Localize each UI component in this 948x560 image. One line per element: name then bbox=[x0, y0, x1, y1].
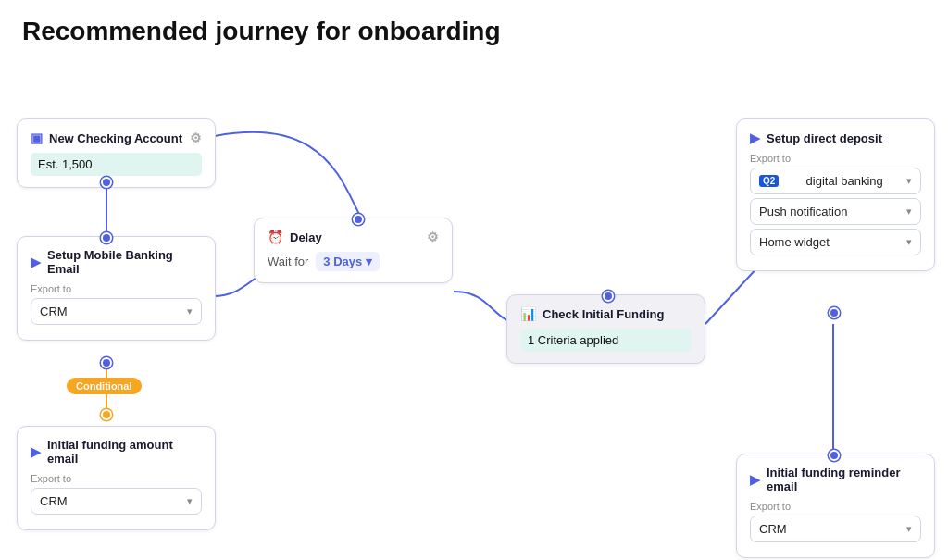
initial-reminder-export-label: Export to bbox=[750, 501, 921, 512]
chevron-icon-5: ▾ bbox=[906, 236, 912, 248]
dot-check-funding-top bbox=[603, 291, 614, 302]
setup-direct-title: Setup direct deposit bbox=[767, 131, 882, 145]
setup-mobile-select-value: CRM bbox=[40, 305, 68, 318]
chevron-icon-6: ▾ bbox=[906, 523, 912, 535]
chevron-icon-3: ▾ bbox=[906, 175, 912, 187]
delay-card: ⏰ Delay ⚙ Wait for 3 Days ▾ bbox=[254, 218, 453, 283]
delay-icon: ⏰ bbox=[268, 230, 283, 244]
delay-wait-row: Wait for 3 Days ▾ bbox=[268, 252, 439, 271]
setup-direct-header: ▶ Setup direct deposit bbox=[750, 131, 921, 145]
setup-direct-card: ▶ Setup direct deposit Export to Q2 digi… bbox=[736, 118, 935, 271]
journey-canvas: ▣ New Checking Account ⚙ Est. 1,500 ▶ Se… bbox=[0, 56, 948, 560]
chevron-icon: ▾ bbox=[187, 305, 193, 317]
reminder-icon: ▶ bbox=[750, 472, 760, 487]
setup-mobile-export-label: Export to bbox=[31, 283, 202, 294]
push-notification-select[interactable]: Push notification ▾ bbox=[750, 198, 921, 225]
delay-dropdown[interactable]: 3 Days ▾ bbox=[316, 252, 380, 271]
initial-reminder-title: Initial funding reminder email bbox=[767, 466, 921, 493]
initial-funding-card: ▶ Initial funding amount email Export to… bbox=[17, 426, 216, 530]
dot-initial-reminder-top bbox=[829, 450, 840, 461]
funding-email-icon: ▶ bbox=[31, 444, 41, 459]
q2-badge: Q2 bbox=[759, 175, 779, 187]
settings-icon[interactable]: ⚙ bbox=[190, 131, 202, 145]
delay-wait-value: 3 Days bbox=[323, 255, 362, 268]
setup-mobile-header: ▶ Setup Mobile Banking Email bbox=[31, 248, 202, 276]
setup-mobile-card: ▶ Setup Mobile Banking Email Export to C… bbox=[17, 236, 216, 341]
dot-setup-direct-bottom bbox=[829, 307, 840, 318]
delay-chevron-icon: ▾ bbox=[366, 255, 372, 268]
conditional-badge: Conditional bbox=[67, 378, 142, 394]
dot-delay-top bbox=[353, 214, 364, 225]
check-funding-title: Check Initial Funding bbox=[543, 307, 664, 321]
check-funding-card: 📊 Check Initial Funding 1 Criteria appli… bbox=[506, 294, 705, 364]
checking-icon: ▣ bbox=[31, 131, 43, 145]
initial-funding-header: ▶ Initial funding amount email bbox=[31, 438, 202, 466]
email-icon: ▶ bbox=[31, 255, 41, 269]
new-checking-highlight: Est. 1,500 bbox=[31, 153, 202, 176]
setup-mobile-select[interactable]: CRM ▾ bbox=[31, 298, 202, 325]
chevron-icon-4: ▾ bbox=[906, 205, 912, 218]
home-widget-select[interactable]: Home widget ▾ bbox=[750, 229, 921, 255]
delay-wait-label: Wait for bbox=[268, 255, 308, 268]
push-notification-value: Push notification bbox=[759, 205, 847, 218]
direct-icon: ▶ bbox=[750, 131, 760, 145]
delay-title: Delay bbox=[290, 230, 322, 244]
dot-setup-mobile-bottom bbox=[101, 357, 112, 368]
check-funding-header: 📊 Check Initial Funding bbox=[520, 306, 692, 321]
dot-setup-mobile-top bbox=[101, 232, 112, 243]
initial-reminder-select-value: CRM bbox=[759, 522, 787, 536]
conditional-label: Conditional bbox=[76, 380, 132, 392]
initial-reminder-select[interactable]: CRM ▾ bbox=[750, 516, 921, 542]
digital-banking-value: digital banking bbox=[806, 174, 883, 188]
setup-direct-export-label: Export to bbox=[750, 153, 921, 164]
initial-funding-select-value: CRM bbox=[40, 494, 68, 508]
new-checking-header: ▣ New Checking Account ⚙ bbox=[31, 131, 202, 145]
delay-settings-icon[interactable]: ⚙ bbox=[427, 230, 439, 244]
new-checking-title: New Checking Account bbox=[49, 131, 182, 145]
chart-icon: 📊 bbox=[520, 306, 536, 321]
delay-header: ⏰ Delay ⚙ bbox=[268, 230, 439, 244]
dot-conditional bbox=[101, 409, 112, 420]
chevron-icon-2: ▾ bbox=[187, 495, 193, 507]
initial-funding-export-label: Export to bbox=[31, 473, 202, 484]
initial-funding-title: Initial funding amount email bbox=[47, 438, 202, 466]
new-checking-card: ▣ New Checking Account ⚙ Est. 1,500 bbox=[17, 118, 216, 188]
digital-banking-select[interactable]: Q2 digital banking ▾ bbox=[750, 168, 921, 194]
initial-reminder-card: ▶ Initial funding reminder email Export … bbox=[736, 454, 935, 558]
home-widget-value: Home widget bbox=[759, 235, 830, 249]
page-title: Recommended journey for onboarding bbox=[0, 0, 948, 56]
dot-new-checking-bottom bbox=[101, 177, 112, 188]
initial-reminder-header: ▶ Initial funding reminder email bbox=[750, 466, 921, 493]
initial-funding-select[interactable]: CRM ▾ bbox=[31, 488, 202, 515]
setup-mobile-title: Setup Mobile Banking Email bbox=[47, 248, 202, 276]
check-funding-criteria: 1 Criteria applied bbox=[520, 329, 692, 352]
